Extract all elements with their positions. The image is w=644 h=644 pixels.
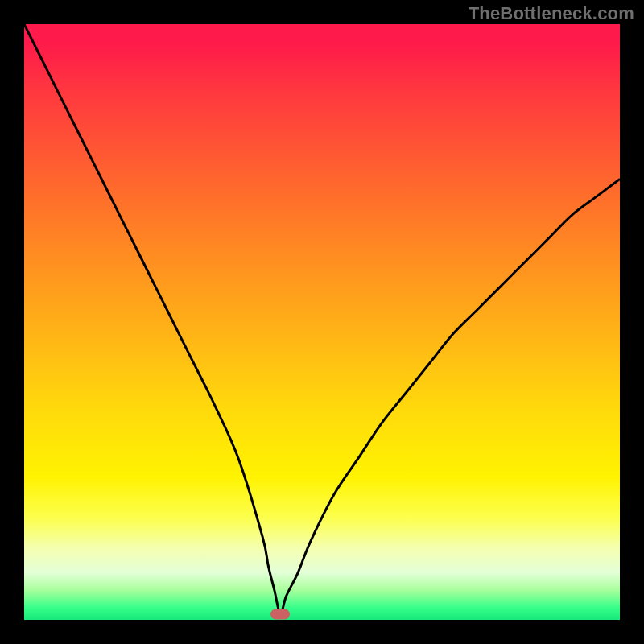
chart-frame: TheBottleneck.com <box>0 0 644 644</box>
bottleneck-curve <box>24 24 620 614</box>
min-marker <box>270 609 290 619</box>
plot-area <box>24 24 620 620</box>
watermark-label: TheBottleneck.com <box>469 3 634 24</box>
curve-layer <box>24 24 620 620</box>
